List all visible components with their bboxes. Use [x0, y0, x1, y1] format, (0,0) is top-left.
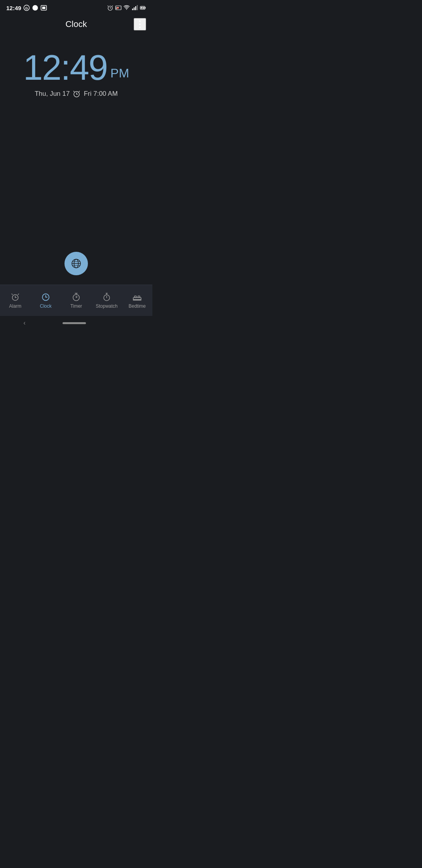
clock-nav-icon	[41, 292, 50, 302]
next-alarm: Fri 7:00 AM	[84, 90, 118, 98]
screenshot-icon	[41, 5, 47, 11]
globe-icon	[71, 258, 82, 269]
system-nav: ‹	[0, 316, 152, 330]
svg-line-25	[79, 91, 80, 92]
battery-icon	[140, 5, 146, 11]
tab-clock[interactable]: Clock	[30, 285, 61, 316]
stopwatch-nav-icon	[102, 292, 111, 302]
svg-rect-15	[137, 5, 138, 10]
wifi-icon	[123, 5, 130, 11]
alarm-nav-icon	[11, 292, 20, 302]
svg-rect-14	[135, 6, 136, 10]
main-content: 12:49 PM Thu, Jun 17 Fri 7:00 AM	[0, 34, 152, 285]
tab-alarm[interactable]: Alarm	[0, 285, 30, 316]
signal-icon	[132, 5, 138, 11]
bedtime-nav-label: Bedtime	[129, 303, 146, 309]
clock-ampm: PM	[111, 66, 129, 81]
bottom-nav: Alarm Clock Timer Stopwatch	[0, 285, 152, 316]
app-title: Clock	[19, 19, 134, 29]
svg-line-34	[12, 294, 13, 294]
clock-nav-label: Clock	[40, 303, 52, 309]
dot-3	[139, 27, 141, 28]
bedtime-nav-icon	[132, 292, 142, 302]
svg-rect-17	[145, 7, 146, 9]
home-bar[interactable]	[63, 322, 86, 324]
timer-nav-label: Timer	[70, 303, 82, 309]
clock-display: 12:49 PM	[23, 50, 129, 85]
clock-date: Thu, Jun 17	[35, 90, 70, 98]
svg-line-9	[112, 6, 113, 7]
alarm-status-icon	[107, 5, 113, 11]
dot-1	[139, 20, 141, 22]
svg-rect-13	[134, 7, 135, 10]
more-options-button[interactable]	[134, 18, 146, 30]
svg-rect-4	[42, 7, 45, 9]
alarm-indicator-icon	[73, 90, 80, 98]
google-icon: G	[23, 5, 30, 11]
clock-time: 12:49	[23, 50, 107, 85]
alarm-nav-label: Alarm	[9, 303, 21, 309]
cast-icon	[115, 5, 122, 11]
status-bar-left: 12:49 G	[6, 5, 47, 11]
tab-timer[interactable]: Timer	[61, 285, 91, 316]
status-bar-right	[107, 5, 146, 11]
svg-rect-46	[134, 296, 136, 298]
svg-rect-12	[132, 9, 133, 10]
tab-stopwatch[interactable]: Stopwatch	[91, 285, 122, 316]
svg-text:G: G	[25, 6, 28, 10]
svg-line-24	[74, 91, 75, 92]
stopwatch-nav-label: Stopwatch	[96, 303, 118, 309]
timer-nav-icon	[72, 292, 81, 302]
svg-rect-45	[133, 299, 141, 300]
status-bar: 12:49 G	[0, 0, 152, 14]
svg-line-8	[108, 6, 109, 7]
dot-2	[139, 23, 141, 25]
status-time: 12:49	[6, 5, 21, 11]
svg-rect-47	[138, 296, 140, 298]
app-bar: Clock	[0, 14, 152, 34]
svg-rect-18	[141, 7, 145, 9]
svg-point-2	[32, 5, 38, 11]
add-city-button[interactable]	[64, 252, 88, 275]
circle-status-icon	[32, 5, 38, 11]
clock-date-alarm: Thu, Jun 17 Fri 7:00 AM	[35, 90, 118, 98]
tab-bedtime[interactable]: Bedtime	[122, 285, 152, 316]
svg-line-35	[18, 294, 19, 294]
back-button[interactable]: ‹	[23, 319, 25, 326]
